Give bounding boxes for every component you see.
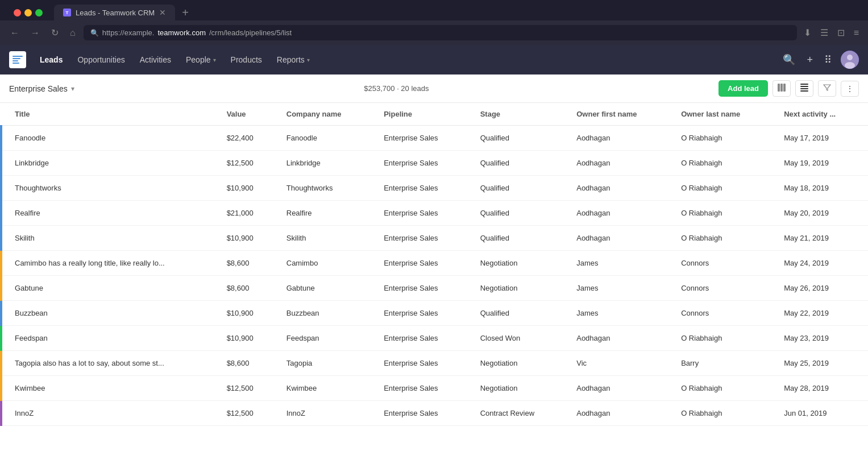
svg-rect-6 <box>780 84 783 92</box>
address-bar: ← → ↻ ⌂ 🔍 https://example.teamwork.com/c… <box>0 20 868 45</box>
cell-company: Buzzbean <box>277 301 375 326</box>
cell-title: Realfire <box>6 201 218 226</box>
cell-stage: Qualified <box>471 126 568 151</box>
cell-pipeline: Enterprise Sales <box>375 276 471 301</box>
cell-value: $10,900 <box>218 226 277 251</box>
cell-value: $10,900 <box>218 176 277 201</box>
new-tab-button[interactable]: + <box>177 7 193 18</box>
leads-table: Title Value Company name Pipeline Stage … <box>0 103 868 426</box>
col-header-owner-first: Owner first name <box>567 103 672 126</box>
cell-owner-last: O Riabhaigh <box>672 201 775 226</box>
active-tab[interactable]: T Leads - Teamwork CRM ✕ <box>54 5 175 20</box>
cell-stage: Contract Review <box>471 401 568 426</box>
cell-company: InnoZ <box>277 401 375 426</box>
browser-actions: ⬇ ☰ ⊡ ≡ <box>801 25 861 40</box>
browser-window: T Leads - Teamwork CRM ✕ + ← → ↻ ⌂ 🔍 htt… <box>0 0 868 476</box>
cell-pipeline: Enterprise Sales <box>375 201 471 226</box>
nav-item-opportunities[interactable]: Opportunities <box>70 51 131 69</box>
row-stage-indicator <box>1 201 6 226</box>
table-row[interactable]: Kwimbee$12,500KwimbeeEnterprise SalesNeg… <box>1 376 868 401</box>
col-header-next-activity: Next activity ... <box>775 103 868 126</box>
search-button[interactable]: 🔍 <box>780 51 798 68</box>
table-row[interactable]: Buzzbean$10,900BuzzbeanEnterprise SalesQ… <box>1 301 868 326</box>
cell-pipeline: Enterprise Sales <box>375 401 471 426</box>
table-row[interactable]: Camimbo has a really long title, like re… <box>1 251 868 276</box>
home-button[interactable]: ⌂ <box>67 26 79 40</box>
table-row[interactable]: Thoughtworks$10,900ThoughtworksEnterpris… <box>1 176 868 201</box>
col-header-company: Company name <box>277 103 375 126</box>
cell-value: $21,000 <box>218 201 277 226</box>
add-button[interactable]: + <box>804 52 815 68</box>
nav-item-leads[interactable]: Leads <box>33 51 69 69</box>
cell-stage: Negotiation <box>471 276 568 301</box>
back-button[interactable]: ← <box>7 26 23 40</box>
nav-item-products[interactable]: Products <box>224 51 269 69</box>
cell-next-activity: May 23, 2019 <box>775 326 868 351</box>
add-lead-button[interactable]: Add lead <box>719 80 768 97</box>
cell-next-activity: May 24, 2019 <box>775 251 868 276</box>
cell-owner-first: Aodhagan <box>567 401 672 426</box>
cell-pipeline: Enterprise Sales <box>375 126 471 151</box>
reload-button[interactable]: ↻ <box>48 25 62 40</box>
cell-value: $8,600 <box>218 276 277 301</box>
menu-button[interactable]: ≡ <box>852 26 861 40</box>
cell-stage: Qualified <box>471 151 568 176</box>
nav-item-activities[interactable]: Activities <box>133 51 178 69</box>
maximize-window-button[interactable] <box>35 9 43 16</box>
cell-next-activity: May 21, 2019 <box>775 226 868 251</box>
cell-owner-last: Connors <box>672 251 775 276</box>
cell-next-activity: May 25, 2019 <box>775 351 868 376</box>
download-button[interactable]: ⬇ <box>801 25 813 40</box>
col-header-value: Value <box>218 103 277 126</box>
avatar[interactable] <box>841 51 859 69</box>
cell-next-activity: May 26, 2019 <box>775 276 868 301</box>
cell-company: Gabtune <box>277 276 375 301</box>
more-options-button[interactable]: ⋮ <box>841 81 859 97</box>
table-row[interactable]: Skilith$10,900SkilithEnterprise SalesQua… <box>1 226 868 251</box>
table-row[interactable]: Tagopia also has a lot to say, about som… <box>1 351 868 376</box>
cell-title: Camimbo has a really long title, like re… <box>6 251 218 276</box>
table-row[interactable]: Realfire$21,000RealfireEnterprise SalesQ… <box>1 201 868 226</box>
url-bar[interactable]: 🔍 https://example.teamwork.com/crm/leads… <box>84 25 797 40</box>
minimize-window-button[interactable] <box>24 9 32 16</box>
cell-pipeline: Enterprise Sales <box>375 326 471 351</box>
leads-table-container[interactable]: Title Value Company name Pipeline Stage … <box>0 103 868 476</box>
close-window-button[interactable] <box>14 9 21 16</box>
cell-owner-first: Aodhagan <box>567 151 672 176</box>
people-chevron-icon: ▾ <box>213 57 216 63</box>
col-header-pipeline: Pipeline <box>375 103 471 126</box>
reports-chevron-icon: ▾ <box>307 57 310 63</box>
table-row[interactable]: Linkbridge$12,500LinkbridgeEnterprise Sa… <box>1 151 868 176</box>
table-row[interactable]: Feedspan$10,900FeedspanEnterprise SalesC… <box>1 326 868 351</box>
svg-point-4 <box>845 62 855 69</box>
col-header-stage: Stage <box>471 103 568 126</box>
apps-button[interactable]: ⠿ <box>822 51 834 68</box>
table-row[interactable]: InnoZ$12,500InnoZEnterprise SalesContrac… <box>1 401 868 426</box>
traffic-lights <box>9 9 47 16</box>
bookmarks-button[interactable]: ☰ <box>818 25 830 40</box>
filter-button[interactable] <box>818 80 836 97</box>
nav-item-people[interactable]: People ▾ <box>179 51 223 69</box>
table-row[interactable]: Fanoodle$22,400FanoodleEnterprise SalesQ… <box>1 126 868 151</box>
tab-close-button[interactable]: ✕ <box>159 8 166 17</box>
pipeline-selector[interactable]: Enterprise Sales ▾ <box>9 84 74 93</box>
row-stage-indicator <box>1 276 6 301</box>
split-view-button[interactable]: ⊡ <box>835 25 847 40</box>
cell-next-activity: May 17, 2019 <box>775 126 868 151</box>
row-stage-indicator <box>1 126 6 151</box>
kanban-view-button[interactable] <box>773 80 791 97</box>
tab-title: Leads - Teamwork CRM <box>76 9 155 17</box>
cell-owner-last: O Riabhaigh <box>672 126 775 151</box>
cell-owner-last: O Riabhaigh <box>672 376 775 401</box>
cell-company: Feedspan <box>277 326 375 351</box>
cell-value: $12,500 <box>218 151 277 176</box>
cell-stage: Negotiation <box>471 251 568 276</box>
table-row[interactable]: Gabtune$8,600GabtuneEnterprise SalesNego… <box>1 276 868 301</box>
cell-pipeline: Enterprise Sales <box>375 301 471 326</box>
cell-pipeline: Enterprise Sales <box>375 251 471 276</box>
list-view-button[interactable] <box>795 80 813 97</box>
forward-button[interactable]: → <box>27 26 43 40</box>
cell-stage: Closed Won <box>471 326 568 351</box>
cell-company: Tagopia <box>277 351 375 376</box>
nav-item-reports[interactable]: Reports ▾ <box>270 51 317 69</box>
